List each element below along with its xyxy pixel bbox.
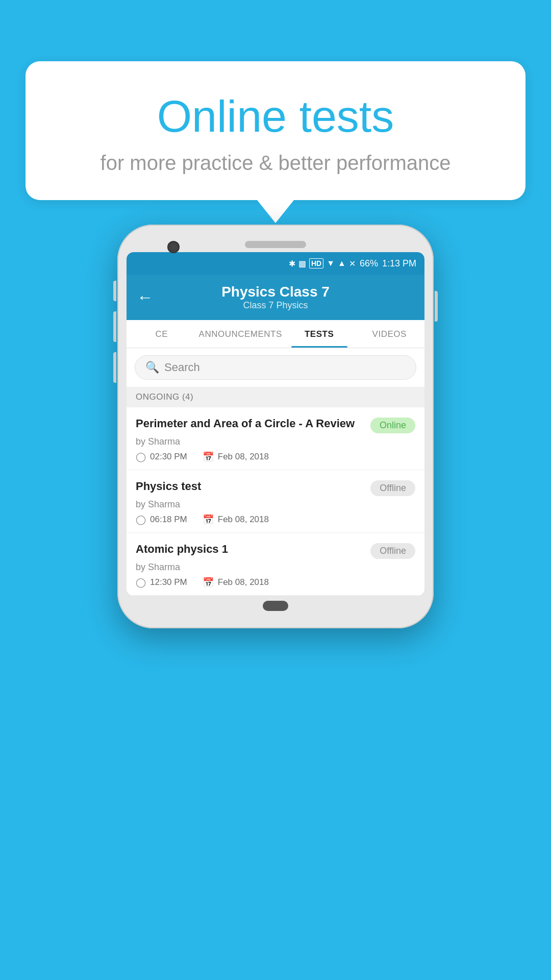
time-text: 1:13 PM — [382, 258, 416, 269]
clock-icon-2: ◯ — [136, 514, 146, 525]
phone-frame: ✱ ▩ HD ▼ ▲ ✕ 66% 1:13 PM ← Physics Class… — [117, 225, 434, 628]
no-signal-icon: ✕ — [349, 259, 356, 268]
test-item-3-header: Atomic physics 1 Offline — [136, 542, 415, 559]
test-date-2: 📅 Feb 08, 2018 — [203, 514, 269, 525]
test-meta-2: ◯ 06:18 PM 📅 Feb 08, 2018 — [136, 514, 415, 525]
tab-tests[interactable]: TESTS — [284, 320, 355, 348]
phone-screen: ✱ ▩ HD ▼ ▲ ✕ 66% 1:13 PM ← Physics Class… — [127, 252, 424, 596]
phone-speaker — [245, 241, 306, 248]
phone-bottom — [127, 596, 424, 619]
power-button — [435, 291, 438, 322]
tab-videos[interactable]: VIDEOS — [354, 320, 424, 348]
tabs-bar: CE ANNOUNCEMENTS TESTS VIDEOS — [127, 320, 424, 348]
status-bar: ✱ ▩ HD ▼ ▲ ✕ 66% 1:13 PM — [127, 252, 424, 275]
promo-title: Online tests — [56, 92, 495, 141]
test-date-1: 📅 Feb 08, 2018 — [203, 451, 269, 462]
search-bar-container: 🔍 Search — [127, 348, 424, 387]
search-icon: 🔍 — [145, 361, 159, 374]
volume-up-button — [113, 311, 116, 342]
tab-announcements[interactable]: ANNOUNCEMENTS — [197, 320, 284, 348]
phone-mockup: ✱ ▩ HD ▼ ▲ ✕ 66% 1:13 PM ← Physics Class… — [117, 225, 434, 628]
home-button — [263, 601, 288, 611]
signal-icon: ▲ — [338, 259, 346, 268]
app-header: ← Physics Class 7 Class 7 Physics — [127, 275, 424, 320]
status-icons: ✱ ▩ HD ▼ ▲ ✕ — [289, 258, 356, 268]
status-badge-2: Offline — [370, 480, 415, 496]
header-title-block: Physics Class 7 Class 7 Physics — [161, 284, 390, 311]
test-time-3: ◯ 12:30 PM — [136, 577, 187, 588]
hd-badge: HD — [309, 258, 323, 268]
test-meta-1: ◯ 02:30 PM 📅 Feb 08, 2018 — [136, 451, 415, 462]
clock-icon-1: ◯ — [136, 451, 146, 462]
calendar-icon-2: 📅 — [203, 514, 214, 525]
test-author-3: by Sharma — [136, 562, 415, 573]
calendar-icon-1: 📅 — [203, 451, 214, 462]
test-author-2: by Sharma — [136, 499, 415, 510]
test-time-1: ◯ 02:30 PM — [136, 451, 187, 462]
section-header-ongoing: ONGOING (4) — [127, 387, 424, 407]
header-main-title: Physics Class 7 — [161, 284, 390, 300]
search-bar[interactable]: 🔍 Search — [135, 355, 416, 380]
status-badge-1: Online — [370, 418, 415, 433]
test-item-1[interactable]: Perimeter and Area of a Circle - A Revie… — [127, 407, 424, 470]
back-button[interactable]: ← — [137, 288, 153, 307]
mute-button — [113, 281, 116, 301]
test-meta-3: ◯ 12:30 PM 📅 Feb 08, 2018 — [136, 577, 415, 588]
tab-ce[interactable]: CE — [127, 320, 197, 348]
test-title-3: Atomic physics 1 — [136, 542, 365, 557]
test-item-1-header: Perimeter and Area of a Circle - A Revie… — [136, 416, 415, 433]
wifi-icon: ▼ — [327, 259, 335, 268]
vibrate-icon: ▩ — [298, 259, 306, 268]
clock-icon-3: ◯ — [136, 577, 146, 588]
phone-top — [127, 234, 424, 252]
test-item-2[interactable]: Physics test Offline by Sharma ◯ 06:18 P… — [127, 470, 424, 533]
status-badge-3: Offline — [370, 543, 415, 559]
search-placeholder: Search — [164, 361, 200, 374]
promo-card: Online tests for more practice & better … — [26, 61, 525, 200]
header-subtitle: Class 7 Physics — [161, 300, 390, 311]
test-date-3: 📅 Feb 08, 2018 — [203, 577, 269, 588]
phone-camera — [167, 241, 180, 253]
test-author-1: by Sharma — [136, 436, 415, 447]
calendar-icon-3: 📅 — [203, 577, 214, 588]
test-title-1: Perimeter and Area of a Circle - A Revie… — [136, 416, 365, 431]
test-item-3[interactable]: Atomic physics 1 Offline by Sharma ◯ 12:… — [127, 533, 424, 596]
bluetooth-icon: ✱ — [289, 259, 295, 268]
test-item-2-header: Physics test Offline — [136, 479, 415, 496]
promo-subtitle: for more practice & better performance — [56, 152, 495, 175]
test-time-2: ◯ 06:18 PM — [136, 514, 187, 525]
battery-text: 66% — [360, 258, 378, 269]
test-title-2: Physics test — [136, 479, 365, 494]
volume-down-button — [113, 352, 116, 383]
